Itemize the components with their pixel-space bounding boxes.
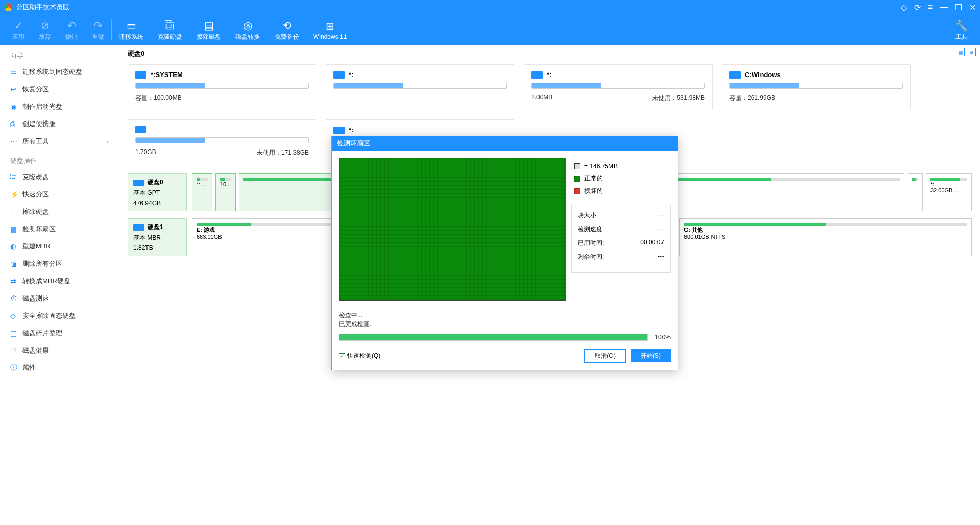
clone-icon: ⿻ bbox=[165, 18, 175, 33]
apply-button[interactable]: ✓应用 bbox=[5, 14, 32, 45]
partition-icon bbox=[135, 71, 146, 79]
dialog-title: 检测坏扇区 bbox=[332, 136, 678, 151]
nav-icon: ⏱ bbox=[10, 294, 22, 303]
nav-icon: ↩ bbox=[10, 85, 22, 93]
nav-icon: ▭ bbox=[10, 68, 22, 76]
partition-icon bbox=[333, 71, 345, 79]
partition-card[interactable]: 1.70GB未使用：171.38GB bbox=[128, 119, 316, 165]
main-area: 向导 ▭迁移系统到固态硬盘↩恢复分区◉制作启动光盘⎙创建便携版⋯所有工具› 硬盘… bbox=[0, 45, 980, 525]
nav-icon: ⓘ bbox=[10, 363, 22, 372]
wizard-item[interactable]: ⎙创建便携版 bbox=[0, 115, 119, 133]
wrench-icon: 🔧 bbox=[955, 18, 968, 33]
nav-icon: ⋯ bbox=[10, 137, 22, 145]
ops-item[interactable]: ⇄转换成MBR硬盘 bbox=[0, 272, 119, 290]
convert-icon: ◎ bbox=[243, 18, 252, 33]
ops-item[interactable]: ▥磁盘碎片整理 bbox=[0, 324, 119, 342]
menu-icon[interactable]: ≡ bbox=[928, 3, 933, 12]
partition-card[interactable]: *: 2.00MB未使用：531.98MB bbox=[524, 64, 713, 110]
clone-button[interactable]: ⿻克隆硬盘 bbox=[151, 14, 189, 45]
partition-icon bbox=[333, 127, 345, 134]
grid-view-icon[interactable]: ▦ bbox=[957, 48, 965, 56]
disk-info[interactable]: 硬盘0 基本 GPT476.94GB bbox=[128, 173, 187, 211]
wizard-item[interactable]: ◉制作启动光盘 bbox=[0, 98, 119, 115]
partition-card[interactable]: *: bbox=[326, 64, 514, 110]
refresh-icon[interactable]: ⟳ bbox=[914, 3, 921, 12]
title-bar: 分区助手技术员版 ◇ ⟳ ≡ — ❐ ✕ bbox=[0, 0, 980, 14]
content-area: ▦ ≡ 硬盘0 *:SYSTEM 容量：100.00MB*: *: 2.00MB… bbox=[119, 45, 980, 525]
ops-item[interactable]: ◇安全擦除固态硬盘 bbox=[0, 307, 119, 324]
window-controls: ◇ ⟳ ≡ — ❐ ✕ bbox=[901, 3, 976, 12]
ops-item[interactable]: ⿻克隆硬盘 bbox=[0, 168, 119, 186]
win11-button[interactable]: ⊞Windows 11 bbox=[306, 14, 354, 45]
windows-icon: ⊞ bbox=[326, 19, 334, 33]
scan-grid bbox=[339, 158, 566, 301]
ops-item[interactable]: ◐重建MBR bbox=[0, 238, 119, 255]
ops-item[interactable]: ▤擦除硬盘 bbox=[0, 203, 119, 220]
migrate-icon: ▭ bbox=[127, 18, 136, 33]
ops-item[interactable]: ⓘ属性 bbox=[0, 359, 119, 377]
ops-item[interactable]: ▦检测坏扇区 bbox=[0, 220, 119, 238]
discard-icon: ⊘ bbox=[41, 18, 50, 33]
minimize-icon[interactable]: — bbox=[940, 3, 948, 12]
partition-block[interactable]: 10... bbox=[215, 173, 236, 211]
sidebar: 向导 ▭迁移系统到固态硬盘↩恢复分区◉制作启动光盘⎙创建便携版⋯所有工具› 硬盘… bbox=[0, 45, 119, 525]
nav-icon: ⇄ bbox=[10, 277, 22, 285]
partition-card[interactable]: *:SYSTEM 容量：100.00MB bbox=[128, 64, 316, 110]
partition-block[interactable]: *:... bbox=[192, 173, 212, 211]
backup-icon: ⟲ bbox=[283, 18, 291, 33]
ops-item[interactable]: 🗑删除所有分区 bbox=[0, 255, 119, 272]
partition-block[interactable]: *:32.00GB ... bbox=[926, 173, 972, 211]
diamond-icon[interactable]: ◇ bbox=[901, 3, 907, 12]
app-title: 分区助手技术员版 bbox=[16, 3, 69, 12]
undo-button[interactable]: ↶撤销 bbox=[58, 14, 85, 45]
nav-icon: 🗑 bbox=[10, 260, 22, 268]
nav-icon: ♡ bbox=[10, 346, 22, 355]
nav-icon: ◐ bbox=[10, 242, 22, 251]
partition-card[interactable]: C:Windows 容量：261.99GB bbox=[722, 64, 911, 110]
bad-sector-dialog: 检测坏扇区 = 146.75MB 正常的 损坏的 块大小--- 检测速度:---… bbox=[331, 136, 678, 370]
partition-block[interactable]: G: 其他600.01GB NTFS bbox=[679, 218, 972, 256]
nav-icon: ▥ bbox=[10, 329, 22, 337]
disk-header: 硬盘0 bbox=[119, 45, 980, 62]
log-area: 检查中... 已完成检查. bbox=[332, 311, 678, 329]
nav-icon: ⿻ bbox=[10, 173, 22, 181]
wizard-item[interactable]: ↩恢复分区 bbox=[0, 81, 119, 98]
start-button[interactable]: 开始(S) bbox=[631, 349, 671, 362]
undo-icon: ↶ bbox=[67, 18, 76, 33]
quick-scan-checkbox[interactable]: ✓快速检测(Q) bbox=[339, 352, 380, 360]
main-toolbar: ✓应用 ⊘放弃 ↶撤销 ↷重做 ▭迁移系统 ⿻克隆硬盘 ▤擦除磁盘 ◎磁盘转换 … bbox=[0, 14, 980, 45]
disk-icon bbox=[133, 224, 144, 231]
discard-button[interactable]: ⊘放弃 bbox=[32, 14, 58, 45]
wizard-item[interactable]: ⋯所有工具› bbox=[0, 133, 119, 150]
view-switcher: ▦ ≡ bbox=[957, 48, 976, 56]
list-view-icon[interactable]: ≡ bbox=[968, 48, 976, 56]
close-icon[interactable]: ✕ bbox=[969, 3, 976, 12]
chevron-right-icon: › bbox=[107, 138, 109, 145]
ops-item[interactable]: ⏱磁盘测速 bbox=[0, 290, 119, 307]
legend: = 146.75MB 正常的 损坏的 bbox=[571, 158, 671, 195]
partition-icon bbox=[729, 71, 741, 79]
stats-box: 块大小--- 检测速度:--- 已用时间:00:00:07 剩余时间:--- bbox=[571, 205, 671, 273]
backup-button[interactable]: ⟲免费备份 bbox=[267, 14, 306, 45]
legend-block-icon bbox=[574, 163, 580, 169]
partition-block[interactable] bbox=[908, 173, 923, 211]
nav-icon: ⎙ bbox=[10, 120, 22, 128]
partition-icon bbox=[135, 126, 146, 133]
partition-icon bbox=[531, 71, 543, 79]
migrate-button[interactable]: ▭迁移系统 bbox=[112, 14, 151, 45]
tools-button[interactable]: 🔧工具 bbox=[948, 14, 975, 45]
maximize-icon[interactable]: ❐ bbox=[955, 3, 962, 12]
app-logo-icon bbox=[4, 3, 12, 11]
erase-icon: ▤ bbox=[204, 18, 214, 33]
disk-info[interactable]: 硬盘1 基本 MBR1.82TB bbox=[128, 218, 187, 256]
redo-button[interactable]: ↷重做 bbox=[85, 14, 111, 45]
cancel-button[interactable]: 取消(C) bbox=[584, 349, 626, 363]
convert-button[interactable]: ◎磁盘转换 bbox=[228, 14, 267, 45]
legend-ok-icon bbox=[574, 176, 580, 182]
check-icon: ✓ bbox=[14, 18, 23, 33]
erase-button[interactable]: ▤擦除磁盘 bbox=[189, 14, 228, 45]
ops-item[interactable]: ⚡快速分区 bbox=[0, 186, 119, 203]
wizard-item[interactable]: ▭迁移系统到固态硬盘 bbox=[0, 63, 119, 81]
nav-icon: ◉ bbox=[10, 103, 22, 111]
ops-item[interactable]: ♡磁盘健康 bbox=[0, 342, 119, 359]
